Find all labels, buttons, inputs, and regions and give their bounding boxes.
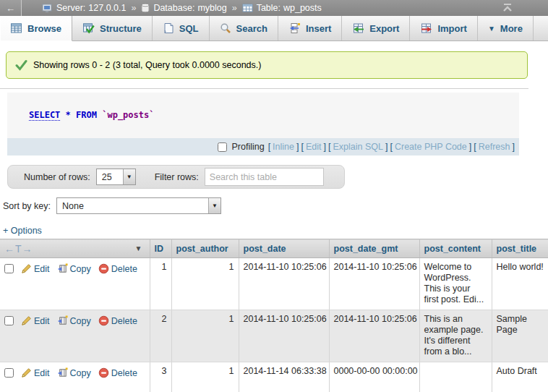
rows-per-page-select[interactable]: 25 ▼ — [96, 169, 136, 185]
breadcrumb-server-link[interactable]: Server: 127.0.0.1 — [56, 3, 126, 13]
chevron-down-icon: ▼ — [208, 198, 221, 213]
sql-keyword-from: FROM — [76, 110, 97, 120]
pencil-icon — [21, 263, 32, 274]
cell-post-date-gmt: 2014-11-10 10:25:06 — [329, 310, 419, 362]
insert-icon — [288, 22, 301, 34]
sql-table-identifier: `wp_posts` — [102, 110, 154, 120]
sort-control-row: Sort by key: None ▼ — [3, 197, 548, 214]
cell-id: 3 — [150, 362, 171, 392]
back-arrow-button[interactable]: ← — [0, 0, 22, 16]
copy-row-link[interactable]: Copy — [57, 263, 91, 274]
edit-row-link[interactable]: Edit — [21, 315, 50, 326]
tab-sql[interactable]: SQL — [153, 16, 210, 41]
column-header-post-content[interactable]: post_content — [419, 239, 492, 258]
tab-insert[interactable]: Insert — [278, 16, 342, 41]
inline-link[interactable]: Inline — [273, 142, 294, 152]
delete-icon — [98, 367, 109, 378]
delete-icon — [98, 315, 109, 326]
delete-row-link[interactable]: Delete — [98, 367, 137, 378]
breadcrumb-bar: ← Server: 127.0.0.1 » Database: myblog » — [0, 0, 548, 16]
copy-icon — [57, 367, 68, 378]
cell-post-content: Welcome to WordPress. This is your first… — [419, 258, 492, 310]
cell-post-date-gmt: 0000-00-00 00:00:00 — [329, 362, 419, 392]
cell-post-content — [419, 362, 492, 392]
database-icon — [141, 3, 150, 13]
status-text: Showing rows 0 - 2 (3 total, Query took … — [33, 60, 261, 70]
table-search-input[interactable] — [205, 168, 324, 186]
pencil-icon — [21, 367, 32, 378]
sort-by-key-label: Sort by key: — [3, 201, 51, 211]
breadcrumb: Server: 127.0.0.1 » Database: myblog » T… — [42, 3, 322, 13]
cell-post-author: 1 — [171, 362, 239, 392]
cell-post-content: This is an example page. It's different … — [419, 310, 492, 362]
back-arrow-icon: ← — [6, 3, 15, 14]
tab-structure[interactable]: Structure — [72, 16, 153, 41]
tab-export[interactable]: Export — [342, 16, 410, 41]
collapse-top-button[interactable] — [502, 1, 513, 15]
browse-icon — [10, 22, 22, 34]
tab-search[interactable]: Search — [210, 16, 278, 41]
column-header-post-title[interactable]: post_title — [492, 239, 548, 258]
cell-id: 2 — [150, 310, 171, 362]
edit-row-link[interactable]: Edit — [21, 367, 50, 378]
sql-query-box: SELECT * FROM `wp_posts` Profiling [ Inl… — [7, 93, 519, 155]
server-icon — [42, 4, 53, 13]
section-divider — [0, 88, 528, 89]
results-table: ←T→ ▼ ID post_author post_date post_date… — [0, 239, 548, 392]
row-actions-cell: Edit Copy Delete — [0, 258, 150, 310]
tab-import[interactable]: Import — [410, 16, 477, 41]
edit-query-link[interactable]: Edit — [306, 142, 322, 152]
refresh-link[interactable]: Refresh — [479, 142, 510, 152]
column-visibility-dropdown-icon[interactable]: ▼ — [135, 244, 142, 252]
delete-row-link[interactable]: Delete — [98, 263, 137, 274]
breadcrumb-table-link[interactable]: Table: wp_posts — [257, 3, 322, 13]
profiling-label: Profiling — [231, 142, 264, 152]
cell-post-date-gmt: 2014-11-10 10:25:06 — [329, 258, 419, 310]
profiling-checkbox[interactable] — [218, 142, 227, 152]
copy-icon — [57, 315, 68, 326]
tab-browse[interactable]: Browse — [0, 16, 72, 41]
breadcrumb-database-link[interactable]: Database: myblog — [153, 3, 226, 13]
row-checkbox[interactable] — [4, 316, 14, 325]
sql-keyword-select[interactable]: SELECT — [29, 110, 60, 121]
breadcrumb-separator: » — [131, 3, 136, 13]
delete-icon — [98, 263, 109, 274]
chevron-down-icon: ▼ — [488, 25, 495, 33]
tab-more[interactable]: ▼ More — [478, 16, 534, 41]
cell-post-title: Sample Page — [492, 310, 548, 362]
table-icon — [242, 4, 253, 12]
query-actions-bar: Profiling [ Inline ] [ Edit ] [ Explain … — [7, 138, 519, 155]
cell-post-title: Auto Draft — [492, 362, 548, 392]
pencil-icon — [21, 315, 32, 326]
options-toggle-link[interactable]: + Options — [3, 226, 42, 236]
breadcrumb-separator: » — [232, 3, 237, 13]
edit-row-link[interactable]: Edit — [21, 263, 50, 274]
explain-sql-link[interactable]: Explain SQL — [333, 142, 382, 152]
success-check-icon — [15, 59, 27, 71]
cell-post-date: 2014-11-14 06:33:38 — [239, 362, 329, 392]
column-header-id[interactable]: ID — [150, 239, 171, 258]
cell-post-date: 2014-11-10 10:25:06 — [239, 310, 329, 362]
sql-icon — [163, 22, 174, 34]
results-header-row: ←T→ ▼ ID post_author post_date post_date… — [0, 239, 548, 258]
rows-control-bar: Number of rows: 25 ▼ Filter rows: — [7, 165, 345, 189]
cell-id: 1 — [150, 258, 171, 310]
column-header-post-author[interactable]: post_author — [171, 239, 239, 258]
table-tabs: Browse Structure SQL Search — [0, 16, 548, 41]
column-header-post-date-gmt[interactable]: post_date_gmt — [329, 239, 419, 258]
row-checkbox[interactable] — [4, 264, 14, 273]
create-php-code-link[interactable]: Create PHP Code — [395, 142, 467, 152]
transpose-icon[interactable]: ←T→ — [4, 243, 33, 255]
column-header-post-date[interactable]: post_date — [239, 239, 329, 258]
actions-column-header: ←T→ ▼ — [0, 239, 150, 258]
copy-row-link[interactable]: Copy — [57, 367, 91, 378]
row-checkbox[interactable] — [4, 368, 14, 378]
delete-row-link[interactable]: Delete — [98, 315, 137, 326]
collapse-top-icon — [502, 1, 513, 13]
export-icon — [352, 22, 364, 34]
sort-by-key-select[interactable]: None ▼ — [56, 197, 221, 214]
search-icon — [220, 22, 231, 34]
copy-icon — [57, 263, 68, 274]
copy-row-link[interactable]: Copy — [57, 315, 91, 326]
row-actions-cell: Edit Copy Delete — [0, 310, 150, 362]
